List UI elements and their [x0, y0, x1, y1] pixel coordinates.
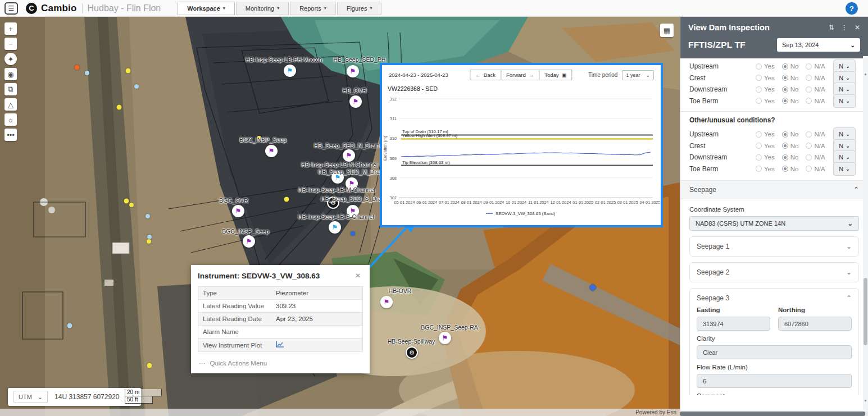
- plot-icon[interactable]: [276, 341, 284, 349]
- back-button[interactable]: ←Back: [470, 70, 501, 80]
- radio-button[interactable]: [782, 63, 788, 70]
- instrument-dot[interactable]: [126, 68, 131, 74]
- northing-input[interactable]: 6072860: [778, 317, 852, 331]
- tab-monitoring[interactable]: Monitoring▾: [236, 2, 289, 15]
- instrument-dot[interactable]: [117, 105, 122, 110]
- radio-button[interactable]: [782, 86, 788, 93]
- radio-option-yes[interactable]: Yes: [756, 131, 775, 138]
- radio-button[interactable]: [756, 98, 762, 104]
- radio-button[interactable]: [756, 131, 762, 138]
- radio-button[interactable]: [782, 98, 788, 104]
- brightness-button[interactable]: ☼: [4, 113, 17, 126]
- easting-input[interactable]: 313974: [697, 317, 770, 331]
- radio-option-n-a[interactable]: N/A: [806, 98, 825, 104]
- help-button[interactable]: ?: [846, 2, 858, 15]
- radio-option-yes[interactable]: Yes: [756, 86, 775, 93]
- radio-button[interactable]: [806, 98, 812, 104]
- radio-option-no[interactable]: No: [782, 131, 799, 138]
- radio-button[interactable]: [756, 154, 762, 161]
- tab-figures[interactable]: Figures▾: [337, 2, 382, 15]
- scroll-down-icon[interactable]: ▼: [863, 399, 868, 403]
- instrument-dot[interactable]: [147, 363, 152, 368]
- instrument-dot[interactable]: [147, 235, 152, 239]
- today-button[interactable]: Today▣: [539, 70, 572, 80]
- flag-marker-icon[interactable]: ⚑: [343, 149, 355, 162]
- instrument-dot[interactable]: [351, 231, 355, 236]
- kebab-menu-icon[interactable]: ⋮: [841, 24, 848, 31]
- radio-button[interactable]: [782, 166, 788, 172]
- radio-option-n-a[interactable]: N/A: [806, 154, 825, 161]
- instrument-dot[interactable]: [134, 84, 139, 89]
- row-dropdown[interactable]: N⌄: [833, 162, 856, 176]
- close-icon[interactable]: ✕: [353, 271, 363, 281]
- radio-option-n-a[interactable]: N/A: [806, 131, 825, 138]
- panel-horizontal-scrollbar[interactable]: [680, 412, 868, 416]
- scrollbar-thumb[interactable]: [864, 278, 867, 345]
- radio-button[interactable]: [806, 154, 812, 161]
- sort-icon[interactable]: ⇅: [829, 24, 834, 31]
- instrument-dot[interactable]: [284, 197, 289, 202]
- instrument-dot[interactable]: [147, 239, 151, 244]
- radio-option-n-a[interactable]: N/A: [806, 63, 825, 70]
- forward-button[interactable]: Forward→: [501, 70, 539, 80]
- radio-button[interactable]: [756, 86, 762, 93]
- radio-button[interactable]: [782, 75, 788, 81]
- radio-option-no[interactable]: No: [782, 63, 799, 70]
- gear-marker-icon[interactable]: ⚙: [406, 346, 418, 359]
- radio-button[interactable]: [806, 143, 812, 149]
- coordinate-system-select[interactable]: UTM⌄: [13, 391, 48, 403]
- radio-option-no[interactable]: No: [782, 154, 799, 161]
- flag-marker-icon[interactable]: ⚑: [349, 95, 362, 108]
- layers-button[interactable]: ⧉: [4, 83, 17, 95]
- radio-button[interactable]: [806, 63, 812, 70]
- panel-vertical-scrollbar[interactable]: ▲ ▼: [863, 56, 868, 412]
- radio-option-yes[interactable]: Yes: [756, 166, 775, 172]
- radio-option-yes[interactable]: Yes: [756, 63, 775, 70]
- radio-button[interactable]: [806, 131, 812, 138]
- quick-actions-menu[interactable]: ··· Quick Actions Menu: [191, 355, 370, 368]
- scroll-up-icon[interactable]: ▲: [863, 72, 868, 76]
- seepage-section-header[interactable]: Seepage ⌃: [680, 180, 868, 199]
- time-period-select[interactable]: 1 year⌄: [622, 70, 654, 80]
- flag-marker-icon[interactable]: ⚑: [243, 235, 255, 248]
- tab-reports[interactable]: Reports▾: [290, 2, 336, 15]
- instrument-dot[interactable]: [75, 65, 80, 70]
- instrument-dot[interactable]: [67, 323, 72, 328]
- radio-option-no[interactable]: No: [782, 166, 799, 172]
- radio-button[interactable]: [806, 75, 812, 81]
- flag-marker-icon[interactable]: ⚑: [380, 296, 393, 308]
- radio-button[interactable]: [756, 63, 762, 70]
- radio-option-n-a[interactable]: N/A: [806, 143, 825, 149]
- seepage-3-header[interactable]: Seepage 3 ⌃: [697, 294, 852, 302]
- radio-button[interactable]: [782, 143, 788, 149]
- seepage-2-header[interactable]: Seepage 2 ⌄: [697, 268, 852, 276]
- radio-button[interactable]: [782, 154, 788, 161]
- flag-marker-icon[interactable]: ⚑: [347, 65, 359, 77]
- instrument-dot[interactable]: [124, 199, 129, 204]
- extent-button[interactable]: △: [4, 98, 17, 111]
- radio-option-no[interactable]: No: [782, 86, 799, 93]
- instrument-dot[interactable]: [85, 71, 89, 75]
- close-panel-icon[interactable]: ✕: [855, 24, 860, 31]
- h-scrollbar-thumb[interactable]: [680, 412, 865, 416]
- radio-option-n-a[interactable]: N/A: [806, 75, 825, 81]
- hamburger-menu-icon[interactable]: ☰: [4, 2, 18, 15]
- clarity-input[interactable]: Clear: [697, 345, 852, 359]
- instrument-dot[interactable]: [146, 214, 150, 218]
- tab-workspace[interactable]: Workspace▾: [178, 2, 235, 15]
- radio-option-yes[interactable]: Yes: [756, 143, 775, 149]
- radio-option-no[interactable]: No: [782, 143, 799, 149]
- radio-option-yes[interactable]: Yes: [756, 75, 775, 81]
- radio-button[interactable]: [806, 166, 812, 172]
- zoom-in-button[interactable]: +: [4, 22, 17, 35]
- radio-option-no[interactable]: No: [782, 98, 799, 104]
- radio-option-n-a[interactable]: N/A: [806, 166, 825, 172]
- flag-marker-icon[interactable]: ⚑: [265, 145, 278, 157]
- flow-rate-input[interactable]: 6: [697, 374, 852, 388]
- radio-option-yes[interactable]: Yes: [756, 154, 775, 161]
- radio-button[interactable]: [782, 131, 788, 138]
- flag-marker-icon[interactable]: ⚑: [284, 65, 296, 77]
- radio-option-no[interactable]: No: [782, 75, 799, 81]
- basemap-button[interactable]: ◉: [4, 68, 17, 80]
- radio-button[interactable]: [756, 166, 762, 172]
